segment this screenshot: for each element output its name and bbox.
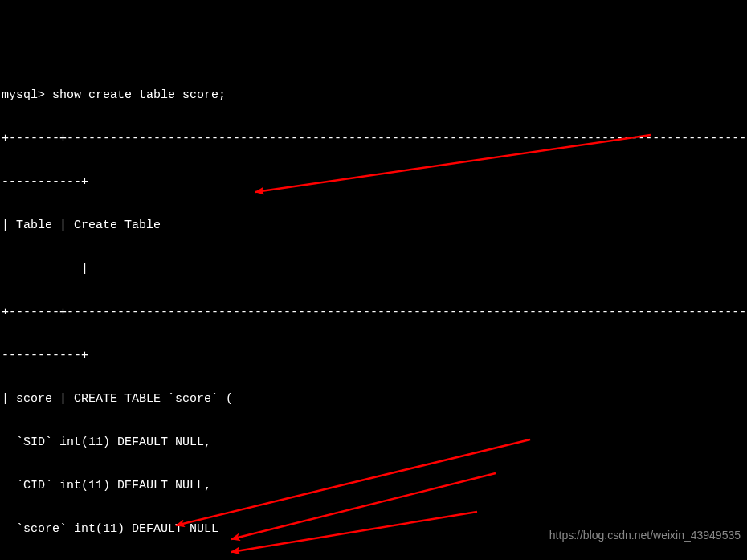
terminal-output: mysql> show create table score; +-------… (0, 58, 747, 560)
table-row: `SID` int(11) DEFAULT NULL, (2, 435, 747, 450)
divider: -----------+ (2, 175, 747, 190)
divider: -----------+ (2, 349, 747, 363)
table-row: | score | CREATE TABLE `score` ( (2, 392, 747, 407)
table-row: `CID` int(11) DEFAULT NULL, (2, 479, 747, 493)
watermark: https://blog.csdn.net/weixin_43949535 (549, 528, 741, 542)
divider: +-------+-------------------------------… (2, 132, 747, 146)
table-header: | (2, 262, 747, 276)
divider: +-------+-------------------------------… (2, 305, 747, 320)
table-header: | Table | Create Table (2, 219, 747, 233)
cmd-line[interactable]: mysql> show create table score; (2, 88, 747, 103)
